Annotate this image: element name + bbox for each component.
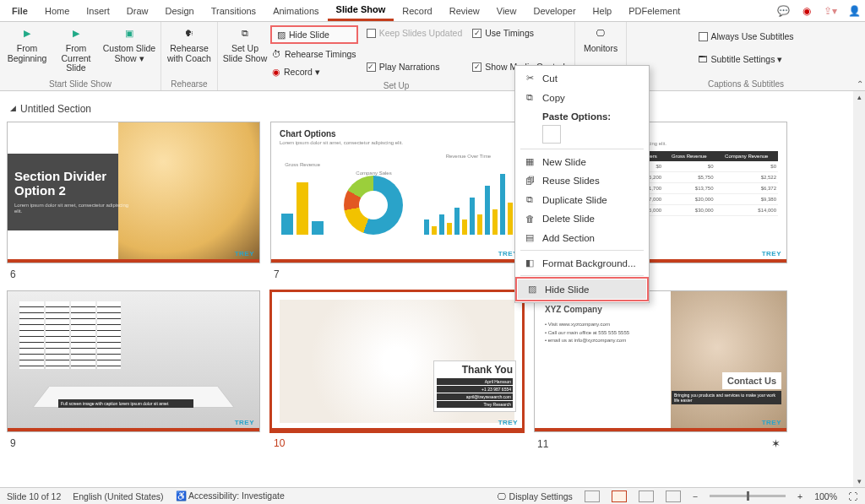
context-cut[interactable]: ✂Cut — [515, 68, 649, 88]
share-icon[interactable]: ⇪▾ — [823, 3, 838, 19]
context-new-slide[interactable]: ▦New Slide — [515, 152, 649, 171]
slide-sorter-view: ◢ Untitled Section Section Divider Optio… — [0, 91, 865, 487]
vertical-scrollbar[interactable]: ▴ ▾ — [853, 91, 865, 487]
slide-thumbnail-6[interactable]: Section Divider Option 2 Lorem ipsum dol… — [7, 122, 260, 263]
always-use-subtitles-checkbox[interactable]: Always Use Subtitles — [697, 29, 796, 44]
hide-slide-icon: ▨ — [526, 284, 538, 295]
rehearse-with-coach-button[interactable]: 🗣 Rehearse with Coach — [165, 24, 214, 65]
animation-star-icon: ✶ — [771, 437, 781, 450]
template-logo: TREY — [762, 419, 781, 426]
group-captions-subtitles: Captions & Subtitles — [708, 78, 784, 90]
display-settings-button[interactable]: 🖵 Display Settings — [498, 491, 573, 501]
context-delete-slide[interactable]: 🗑Delete Slide — [515, 209, 649, 228]
zoom-in-button[interactable]: + — [797, 491, 802, 501]
use-timings-checkbox[interactable]: ✓ Use Timings — [471, 25, 571, 41]
fit-to-window-button[interactable]: ⛶ — [849, 491, 858, 501]
slide-thumbnail-9[interactable]: Full screen image with caption lorem ips… — [7, 290, 260, 432]
tab-developer[interactable]: Developer — [525, 0, 584, 21]
monitors-button[interactable]: 🖵 Monitors — [579, 24, 623, 56]
tab-record[interactable]: Record — [394, 0, 440, 21]
section-icon: ▤ — [524, 232, 536, 243]
cut-icon: ✂ — [524, 73, 536, 84]
custom-show-icon: ▣ — [121, 25, 138, 42]
slide-number: 9 — [7, 432, 260, 459]
format-bg-icon: ◧ — [524, 257, 536, 268]
tab-view[interactable]: View — [488, 0, 525, 21]
reading-view-button[interactable] — [639, 490, 654, 502]
checkbox-icon: ✓ — [472, 29, 481, 38]
ribbon-tabs: File Home Insert Draw Design Transitions… — [0, 0, 865, 22]
slide-number: 10 — [270, 432, 524, 459]
scroll-down-button[interactable]: ▾ — [853, 475, 865, 487]
timings-icon: ⏱ — [272, 49, 281, 59]
paste-option-button[interactable] — [542, 125, 561, 144]
play-narrations-checkbox[interactable]: ✓ Play Narrations — [365, 59, 465, 74]
reuse-icon: 🗐 — [524, 176, 536, 186]
collapse-icon: ◢ — [10, 104, 16, 112]
tab-pdfelement[interactable]: PDFelement — [620, 0, 688, 21]
tab-design[interactable]: Design — [156, 0, 202, 21]
keep-slides-updated-checkbox[interactable]: Keep Slides Updated — [365, 25, 465, 41]
from-current-slide-button[interactable]: ▶ From Current Slide — [52, 24, 100, 75]
accessibility-icon: ♿ — [176, 490, 187, 501]
tab-help[interactable]: Help — [585, 0, 621, 21]
tab-review[interactable]: Review — [441, 0, 488, 21]
slideshow-view-button[interactable] — [666, 490, 681, 502]
context-add-section[interactable]: ▤Add Section — [515, 228, 649, 247]
tab-insert[interactable]: Insert — [78, 0, 118, 21]
template-logo: TREY — [498, 419, 518, 426]
tab-home[interactable]: Home — [36, 0, 78, 21]
checkbox-icon: ✓ — [472, 62, 481, 72]
duplicate-icon: ⧉ — [524, 194, 536, 205]
tab-slide-show[interactable]: Slide Show — [328, 0, 394, 21]
checkbox-icon — [699, 32, 708, 41]
scroll-up-button[interactable]: ▴ — [853, 91, 865, 103]
custom-slide-show-button[interactable]: ▣ Custom Slide Show ▾ — [101, 24, 157, 65]
tab-transitions[interactable]: Transitions — [203, 0, 264, 21]
context-format-background[interactable]: ◧Format Background... — [515, 253, 649, 273]
slide-sorter-view-button[interactable] — [612, 490, 627, 502]
copy-icon: ⧉ — [524, 92, 536, 103]
set-up-slide-show-button[interactable]: ⧉ Set Up Slide Show — [221, 24, 269, 65]
play-current-icon: ▶ — [68, 25, 84, 42]
from-beginning-button[interactable]: ▶ From Beginning — [3, 24, 51, 65]
hide-slide-button[interactable]: ▨ Hide Slide — [270, 25, 358, 44]
account-icon[interactable]: 👤 — [846, 3, 862, 19]
collapse-ribbon-button[interactable]: ⌃ — [857, 79, 863, 89]
record-dropdown-icon: ◉ — [272, 67, 280, 77]
template-logo: TREY — [235, 250, 254, 257]
record-icon[interactable]: ◉ — [799, 3, 814, 19]
slide-number: 11✶ — [534, 432, 787, 460]
status-language[interactable]: English (United States) — [73, 491, 163, 501]
zoom-out-button[interactable]: − — [693, 491, 698, 501]
group-rehearse: Rehearse — [171, 78, 207, 90]
monitor-icon: 🖵 — [592, 25, 609, 42]
status-accessibility[interactable]: ♿ Accessibility: Investigate — [176, 490, 285, 501]
tab-file[interactable]: File — [3, 0, 36, 21]
hide-slide-icon: ▨ — [277, 30, 286, 40]
slide-thumbnail-10[interactable]: Thank You April Hansson +1 23 987 6554 a… — [270, 290, 524, 432]
slide-thumbnail-11[interactable]: XYZ Company • Visit www.xyzcompany.com •… — [534, 290, 787, 432]
new-slide-icon: ▦ — [524, 156, 536, 167]
context-copy[interactable]: ⧉Copy — [515, 88, 649, 107]
zoom-slider[interactable] — [710, 495, 786, 497]
zoom-level[interactable]: 100% — [814, 491, 837, 501]
context-paste-options-label: Paste Options: — [515, 107, 649, 123]
comments-icon[interactable]: 💬 — [775, 3, 791, 19]
tab-animations[interactable]: Animations — [264, 0, 327, 21]
context-reuse-slides[interactable]: 🗐Reuse Slides — [515, 171, 649, 190]
rehearse-timings-button[interactable]: ⏱ Rehearse Timings — [270, 46, 358, 62]
setup-icon: ⧉ — [237, 25, 253, 42]
template-logo: TREY — [762, 250, 781, 257]
slide-thumbnail-7[interactable]: Chart Options Lorem ipsum dolor sit amet… — [270, 122, 524, 263]
context-duplicate-slide[interactable]: ⧉Duplicate Slide — [515, 190, 649, 209]
context-menu: ✂Cut ⧉Copy Paste Options: ▦New Slide 🗐Re… — [514, 65, 650, 303]
context-hide-slide[interactable]: ▨Hide Slide — [518, 279, 646, 299]
play-icon: ▶ — [19, 25, 35, 42]
section-header[interactable]: ◢ Untitled Section — [10, 103, 858, 115]
normal-view-button[interactable] — [585, 490, 600, 502]
slide-number: 6 — [7, 263, 260, 290]
record-button[interactable]: ◉ Record ▾ — [270, 64, 358, 79]
tab-draw[interactable]: Draw — [118, 0, 157, 21]
subtitle-settings-button[interactable]: 🗔 Subtitle Settings ▾ — [697, 51, 796, 67]
